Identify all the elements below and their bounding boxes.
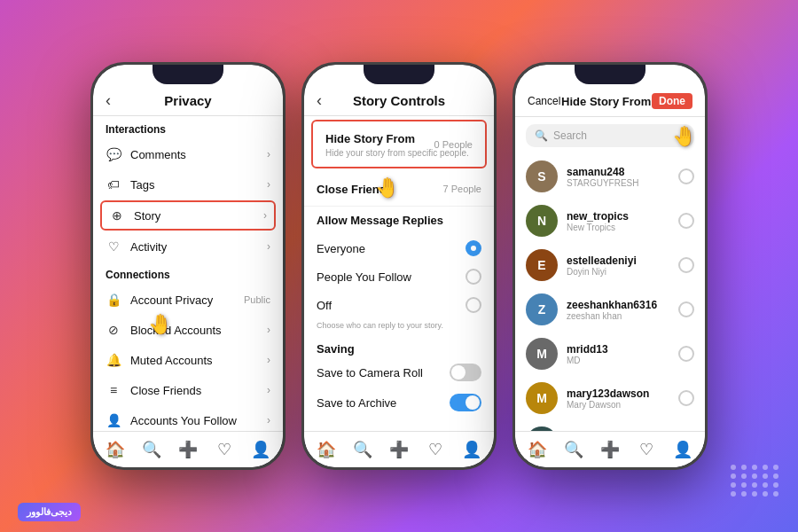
account-privacy-label: Account Privacy <box>130 293 235 307</box>
check-zeeshan[interactable] <box>678 301 694 317</box>
people-follow-radio[interactable] <box>466 269 481 285</box>
cancel-button[interactable]: Cancel <box>528 95 560 107</box>
avatar-mridd: M <box>526 338 558 370</box>
phone-story-controls: ‹ Story Controls Hide Story From Hide yo… <box>301 62 497 470</box>
search-icon: 🔍 <box>535 129 548 142</box>
menu-item-story[interactable]: ⊕ Story › <box>109 207 267 223</box>
home-nav-icon[interactable]: 🏠 <box>103 439 128 460</box>
add-nav-icon[interactable]: ➕ <box>176 439 200 460</box>
save-camera-roll-item[interactable]: Save to Camera Roll <box>304 357 494 387</box>
heart-nav-3-icon[interactable]: ♡ <box>634 439 659 460</box>
check-tropics[interactable] <box>678 213 694 229</box>
saving-label: Saving <box>304 335 494 357</box>
people-follow-label: People You Follow <box>317 270 457 284</box>
avatar-tropics: N <box>526 205 558 237</box>
activity-icon: ♡ <box>106 239 121 254</box>
hide-story-highlighted[interactable]: Hide Story From Hide your story from spe… <box>311 120 487 168</box>
tags-label: Tags <box>130 178 258 192</box>
chevron-af: › <box>267 414 270 426</box>
bottom-nav-1: 🏠 🔍 ➕ ♡ 👤 <box>93 431 283 467</box>
hide-story-item[interactable]: Hide Story From Hide your story from spe… <box>313 121 485 167</box>
close-friends-control[interactable]: Close Friends 7 People <box>304 172 494 207</box>
public-badge: Public <box>244 294 270 305</box>
everyone-radio[interactable] <box>466 240 481 256</box>
user-info-tropics: new_tropics New Tropics <box>567 210 669 232</box>
screen-story-controls: ‹ Story Controls Hide Story From Hide yo… <box>304 84 494 467</box>
heart-nav-icon[interactable]: ♡ <box>212 439 237 460</box>
story-item-highlighted[interactable]: ⊕ Story › <box>100 200 276 231</box>
screen-privacy: ‹ Privacy Interactions 💬 Comments › 🏷 Ta… <box>93 84 283 467</box>
user-item-mary[interactable]: M mary123dawson Mary Dawson <box>515 376 705 420</box>
user-item-tropics[interactable]: N new_tropics New Tropics <box>515 199 705 243</box>
menu-item-close-friends[interactable]: ≡ Close Friends › <box>93 375 283 405</box>
lock-icon: 🔒 <box>106 292 121 308</box>
notch-2 <box>364 65 434 84</box>
profile-nav-icon[interactable]: 👤 <box>248 439 273 460</box>
blocked-icon: ⊘ <box>106 322 121 338</box>
menu-item-accounts-follow[interactable]: 👤 Accounts You Follow › <box>93 405 283 431</box>
story-controls-header: ‹ Story Controls <box>304 84 494 116</box>
profile-nav-2-icon[interactable]: 👤 <box>459 439 484 460</box>
off-radio[interactable] <box>466 297 481 313</box>
check-mridd[interactable] <box>678 346 694 362</box>
user-info-estelle: estelleadeniyi Doyin Niyi <box>567 254 669 277</box>
radio-everyone[interactable]: Everyone <box>304 234 494 262</box>
phones-container: ‹ Privacy Interactions 💬 Comments › 🏷 Ta… <box>73 44 725 488</box>
watermark: دیجی‌فالوور <box>18 503 81 521</box>
bottom-nav-2: 🏠 🔍 ➕ ♡ 👤 <box>304 431 494 467</box>
handle-zeeshan: zeeshan khan <box>567 311 669 321</box>
radio-off[interactable]: Off <box>304 291 494 319</box>
profile-nav-3-icon[interactable]: 👤 <box>670 439 695 460</box>
user-item-mridd[interactable]: M mridd13 MD <box>515 332 705 376</box>
camera-roll-toggle[interactable] <box>450 364 481 381</box>
search-nav-3-icon[interactable]: 🔍 <box>561 439 586 460</box>
user-item-apex[interactable]: A apexstrengthsociety SEAN MCINROY <box>515 420 705 431</box>
user-info-zeeshan: zeeshankhan6316 zeeshan khan <box>567 299 669 321</box>
user-info-mary: mary123dawson Mary Dawson <box>567 387 669 410</box>
back-arrow-icon[interactable]: ‹ <box>106 91 111 110</box>
save-archive-item[interactable]: Save to Archive <box>304 387 494 418</box>
username-mary: mary123dawson <box>567 387 669 400</box>
search-nav-2-icon[interactable]: 🔍 <box>350 439 375 460</box>
avatar-zeeshan: Z <box>526 293 558 325</box>
blocked-label: Blocked Accounts <box>130 324 258 337</box>
off-label: Off <box>317 299 457 312</box>
archive-label: Save to Archive <box>317 396 450 410</box>
search-nav-icon[interactable]: 🔍 <box>139 439 164 460</box>
story-controls-title: Story Controls <box>353 93 445 108</box>
menu-item-activity[interactable]: ♡ Activity › <box>93 231 283 262</box>
home-nav-2-icon[interactable]: 🏠 <box>314 439 339 460</box>
check-estelle[interactable] <box>678 257 694 273</box>
user-item-estelle[interactable]: E estelleadeniyi Doyin Niyi <box>515 243 705 287</box>
archive-toggle[interactable] <box>450 394 481 411</box>
username-mridd: mridd13 <box>567 343 669 356</box>
chevron-icon-tags: › <box>267 178 270 191</box>
user-info-mridd: mridd13 MD <box>567 343 669 365</box>
menu-item-blocked[interactable]: ⊘ Blocked Accounts › <box>93 315 283 345</box>
check-samanu[interactable] <box>678 168 694 184</box>
done-button[interactable]: Done <box>652 93 692 109</box>
check-mary[interactable] <box>678 390 694 406</box>
heart-nav-2-icon[interactable]: ♡ <box>423 439 448 460</box>
radio-people-follow[interactable]: People You Follow <box>304 262 494 291</box>
search-bar[interactable]: 🔍 Search <box>526 124 694 147</box>
privacy-title: Privacy <box>164 93 211 108</box>
home-nav-3-icon[interactable]: 🏠 <box>525 439 550 460</box>
close-friends-label: Close Friends <box>130 384 258 397</box>
add-nav-2-icon[interactable]: ➕ <box>387 439 411 460</box>
menu-item-muted[interactable]: 🔔 Muted Accounts › <box>93 345 283 375</box>
chevron-blocked: › <box>267 324 270 336</box>
menu-item-comments[interactable]: 💬 Comments › <box>93 139 283 169</box>
handle-mary: Mary Dawson <box>567 400 669 410</box>
user-item-zeeshan[interactable]: Z zeeshankhan6316 zeeshan khan <box>515 287 705 332</box>
menu-item-tags[interactable]: 🏷 Tags › <box>93 169 283 200</box>
user-item-samanu[interactable]: S samanu248 STARGUYFRESH <box>515 154 705 199</box>
muted-label: Muted Accounts <box>130 354 258 367</box>
add-nav-3-icon[interactable]: ➕ <box>598 439 622 460</box>
back-arrow-2-icon[interactable]: ‹ <box>317 91 322 110</box>
hide-story-sub: Hide your story from specific people. <box>325 148 473 158</box>
phone-privacy: ‹ Privacy Interactions 💬 Comments › 🏷 Ta… <box>90 62 286 470</box>
menu-item-account-privacy[interactable]: 🔒 Account Privacy Public <box>93 285 283 315</box>
handle-mridd: MD <box>567 356 669 365</box>
close-friends-icon: ≡ <box>106 382 121 398</box>
